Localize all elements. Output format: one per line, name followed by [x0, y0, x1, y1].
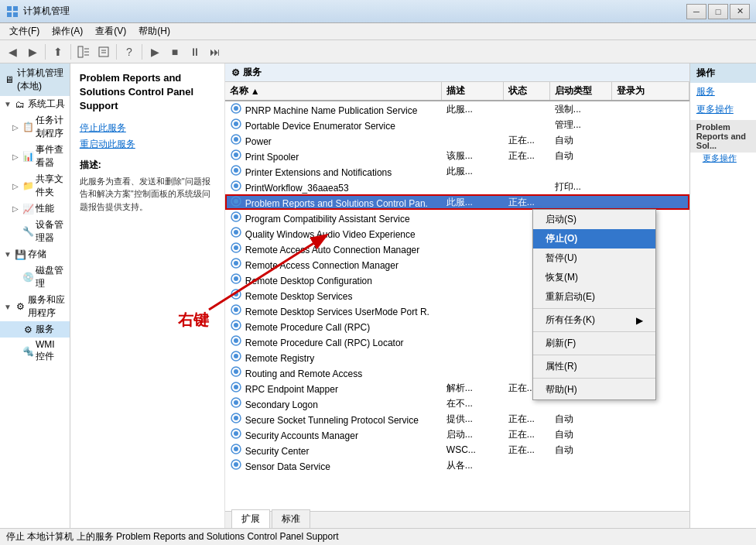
ctx-pause[interactable]: 暂停(U) [533, 249, 655, 268]
svg-point-22 [234, 183, 238, 188]
ctx-sep-3 [533, 355, 655, 355]
sidebar-label: 共享文件夹 [36, 173, 67, 199]
right-panel-title: 操作 [690, 63, 756, 83]
window-controls: ─ □ ✕ [686, 4, 750, 19]
col-header-logon[interactable]: 登录为 [612, 82, 689, 100]
list-item[interactable]: Printer Extensions and Notifications此服..… [225, 163, 689, 179]
up-button[interactable]: ⬆ [49, 43, 67, 61]
list-item[interactable]: Portable Device Enumerator Service管理... [225, 117, 689, 132]
list-item[interactable]: Power正在...自动 [225, 132, 689, 148]
show-hide-tree[interactable] [74, 43, 93, 61]
desc-title: 描述: [80, 159, 215, 172]
ctx-properties[interactable]: 属性(R) [533, 357, 655, 376]
stop-service-link[interactable]: 停止此服务 [80, 122, 215, 135]
list-item[interactable]: Print Spooler该服...正在...自动 [225, 148, 689, 163]
sidebar-header[interactable]: 🖥 计算机管理(本地) [0, 63, 70, 96]
list-item[interactable]: PrintWorkflow_36aaea53打印... [225, 179, 689, 194]
service-logon-cell [612, 464, 689, 466]
wmi-icon: 🔩 [22, 345, 34, 358]
service-desc-cell [442, 263, 504, 265]
service-logon-cell [612, 403, 689, 404]
pause-button[interactable]: ⏸ [186, 43, 204, 61]
play-button[interactable]: ▶ [145, 43, 164, 61]
sidebar-item-disk-management[interactable]: 💿 磁盘管理 [0, 262, 70, 292]
sidebar-item-performance[interactable]: ▷ 📈 性能 [0, 201, 70, 217]
service-desc-cell [442, 310, 504, 311]
list-item[interactable]: PNRP Machine Name Publication Service此服.… [225, 101, 689, 117]
restart-button[interactable]: ⏭ [206, 43, 224, 61]
sidebar-label: 磁盘管理 [36, 264, 67, 290]
col-header-desc[interactable]: 描述 [442, 82, 504, 100]
svg-rect-1 [13, 6, 18, 11]
help-button[interactable]: ? [120, 43, 139, 61]
forward-button[interactable]: ▶ [23, 43, 42, 61]
sidebar-item-services[interactable]: ⚙ 服务 [0, 321, 70, 338]
svg-point-42 [234, 338, 238, 343]
service-startup-cell: 自动 [550, 149, 612, 163]
service-name-cell: Printer Extensions and Notifications [225, 163, 442, 179]
tab-extended[interactable]: 扩展 [231, 509, 270, 528]
sidebar-item-shared-folders[interactable]: ▷ 📁 共享文件夹 [0, 171, 70, 201]
col-header-startup[interactable]: 启动类型 [550, 82, 612, 100]
close-button[interactable]: ✕ [730, 4, 750, 19]
list-item[interactable]: Security Accounts Manager启动...正在...自动 [225, 427, 689, 442]
right-panel: 操作 服务 更多操作 Problem Reports and Sol... 更多… [689, 63, 756, 528]
menu-view[interactable]: 查看(V) [89, 23, 132, 39]
sidebar-item-system-tools[interactable]: ▼ 🗂 系统工具 [0, 96, 70, 112]
service-icon [230, 102, 242, 115]
menu-file[interactable]: 文件(F) [3, 23, 46, 39]
list-item[interactable]: Problem Reports and Solutions Control Pa… [225, 194, 689, 210]
service-logon-cell [612, 124, 689, 125]
restart-service-link[interactable]: 重启动此服务 [80, 138, 215, 151]
menu-action[interactable]: 操作(A) [46, 23, 89, 39]
ctx-all-tasks[interactable]: 所有任务(K) ▶ [533, 310, 655, 330]
tab-standard[interactable]: 标准 [272, 509, 310, 528]
sidebar-item-storage[interactable]: ▼ 💾 存储 [0, 246, 70, 262]
sidebar-item-wmi[interactable]: 🔩 WMI 控件 [0, 338, 70, 365]
sidebar-item-services-apps[interactable]: ▼ ⚙ 服务和应用程序 [0, 292, 70, 321]
properties-button[interactable] [94, 43, 113, 61]
right-section-problem-reports: Problem Reports and Sol... [690, 120, 756, 153]
col-header-name[interactable]: 名称 ▲ [225, 82, 442, 100]
service-icon [230, 195, 242, 207]
col-header-status[interactable]: 状态 [504, 82, 550, 100]
right-more-actions-link[interactable]: 更多操作 [690, 101, 756, 118]
ctx-start[interactable]: 启动(S) [533, 210, 655, 229]
service-name-cell: Remote Access Connection Manager [225, 256, 442, 272]
service-desc-cell: 在不... [442, 396, 504, 411]
service-name-cell: Secure Socket Tunneling Protocol Service [225, 411, 442, 427]
service-desc-cell [442, 186, 504, 187]
stop-button[interactable]: ■ [166, 43, 184, 61]
status-text: 停止 本地计算机 上的服务 Problem Reports and Soluti… [6, 530, 339, 543]
ctx-restart[interactable]: 重新启动(E) [533, 287, 655, 307]
services-header-label: 服务 [243, 66, 262, 79]
list-item[interactable]: Security CenterWSC...正在...自动 [225, 442, 689, 458]
ctx-help[interactable]: 帮助(H) [533, 380, 655, 399]
sidebar-item-event-viewer[interactable]: ▷ 📊 事件查看器 [0, 142, 70, 171]
back-button[interactable]: ◀ [3, 43, 22, 61]
right-services-link[interactable]: 服务 [690, 83, 756, 101]
disk-icon: 💿 [22, 271, 34, 283]
ctx-refresh[interactable]: 刷新(F) [533, 334, 655, 353]
sidebar-item-task-scheduler[interactable]: ▷ 📋 任务计划程序 [0, 112, 70, 142]
svg-point-58 [234, 462, 238, 467]
sidebar-item-device-manager[interactable]: 🔧 设备管理器 [0, 217, 70, 246]
svg-rect-0 [7, 6, 12, 11]
svg-point-16 [234, 137, 238, 142]
list-item[interactable]: Secure Socket Tunneling Protocol Service… [225, 411, 689, 427]
svg-point-26 [234, 214, 238, 219]
service-status-cell [504, 170, 550, 172]
svg-point-14 [234, 122, 238, 126]
ctx-resume[interactable]: 恢复(M) [533, 268, 655, 287]
expand-arrow: ▼ [3, 100, 12, 109]
service-status-cell [504, 124, 550, 125]
maximize-button[interactable]: □ [708, 4, 728, 19]
minimize-button[interactable]: ─ [686, 4, 706, 19]
ctx-stop[interactable]: 停止(O) [533, 229, 655, 249]
list-item[interactable]: Sensor Data Service从各... [225, 458, 689, 473]
service-startup-cell [550, 403, 612, 404]
right-section-more[interactable]: 更多操作 [690, 152, 743, 164]
service-desc-cell: 该服... [442, 149, 504, 163]
menu-help[interactable]: 帮助(H) [132, 23, 176, 39]
service-desc-cell: 启动... [442, 427, 504, 442]
